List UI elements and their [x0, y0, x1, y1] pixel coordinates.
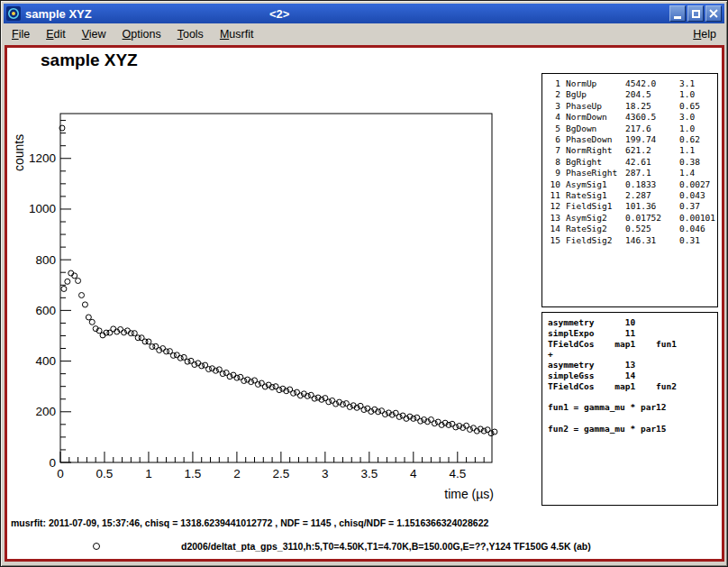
param-row: 9PhaseRight287.11.4 — [548, 168, 717, 178]
theory-line: + — [548, 349, 717, 360]
data-point — [220, 371, 225, 377]
plot-frame — [60, 114, 492, 462]
menu-edit[interactable]: Edit — [38, 25, 74, 43]
data-point — [361, 407, 367, 413]
root-canvas[interactable]: sample XYZ 00.511.522.533.544.5020040060… — [5, 45, 724, 562]
x-tick-label: 2 — [233, 467, 241, 480]
y-tick-label: 0 — [49, 456, 56, 470]
y-tick-label: 1200 — [29, 151, 56, 165]
data-point — [61, 286, 67, 291]
minimize-button[interactable] — [669, 5, 686, 22]
menu-file[interactable]: File — [4, 25, 38, 43]
data-point — [255, 381, 260, 387]
close-button[interactable] — [705, 5, 722, 22]
param-row: 14RateSig20.5250.046 — [548, 224, 717, 234]
theory-box[interactable]: asymmetry 10simplExpo 11TFieldCos map1 f… — [541, 312, 718, 506]
y-tick-label: 800 — [35, 253, 56, 267]
x-tick-label: 1 — [145, 467, 152, 480]
window-canvas-number: <2> — [269, 7, 289, 21]
x-tick-label: 4 — [410, 467, 417, 480]
menu-musrfit[interactable]: Musrfit — [212, 25, 262, 43]
minimize-icon — [674, 16, 681, 19]
data-point — [227, 374, 232, 380]
data-point — [492, 429, 497, 434]
y-axis-title: counts — [12, 134, 26, 171]
param-box-rows: 1NormUp4542.03.12BgUp204.51.03PhaseUp18.… — [548, 78, 717, 246]
maximize-icon — [692, 10, 700, 18]
menu-help[interactable]: Help — [685, 25, 724, 43]
theory-line: asymmetry 10 — [548, 317, 717, 328]
param-row: 7NormRight621.21.1 — [548, 145, 717, 156]
theory-line: fun2 = gamma_mu * par15 — [548, 424, 717, 434]
theory-line — [548, 392, 717, 403]
data-point — [347, 404, 352, 409]
param-row: 6PhaseDown199.740.62 — [548, 134, 717, 145]
legend-text: d2006/deltat_pta_gps_3110,h:5,T0=4.50K,T… — [181, 541, 591, 552]
fit-info-line: musrfit: 2011-07-09, 15:37:46, chisq = 1… — [11, 517, 488, 528]
data-point — [79, 293, 85, 298]
data-point — [365, 406, 370, 411]
window-title: sample XYZ — [25, 7, 92, 21]
y-tick-label: 600 — [35, 304, 56, 317]
param-row: 1NormUp4542.03.1 — [548, 78, 717, 89]
x-tick-label: 0 — [57, 467, 64, 480]
param-row: 10AsymSig10.18330.0027 — [548, 179, 717, 190]
data-point — [174, 352, 179, 358]
theory-line: TFieldCos map1 fun2 — [548, 381, 717, 392]
y-tick-label: 200 — [35, 405, 56, 418]
data-point — [111, 326, 116, 332]
legend-row: d2006/deltat_pta_gps_3110,h:5,T0=4.50K,T… — [7, 540, 722, 558]
titlebar-buttons — [669, 5, 722, 22]
data-point — [488, 431, 494, 436]
data-point — [432, 421, 437, 426]
menubar: File Edit View Options Tools Musrfit Hel… — [4, 23, 724, 45]
app-icon[interactable] — [6, 6, 21, 21]
menu-options[interactable]: Options — [114, 25, 169, 43]
data-point — [400, 413, 405, 418]
theory-line: asymmetry 13 — [548, 360, 717, 370]
data-point — [291, 390, 296, 396]
x-tick-label: 1.5 — [185, 467, 202, 480]
data-point — [76, 278, 81, 283]
menu-tools[interactable]: Tools — [169, 25, 212, 43]
data-point — [65, 279, 70, 284]
x-tick-label: 3 — [322, 467, 329, 480]
app-window: sample XYZ <2> File Edit View Options To… — [0, 0, 728, 567]
data-point — [453, 425, 459, 430]
titlebar[interactable]: sample XYZ <2> — [4, 4, 724, 23]
x-tick-label: 0.5 — [96, 467, 114, 480]
data-point — [241, 379, 247, 384]
param-row: 12FieldSig1101.360.37 — [548, 201, 717, 212]
data-point — [277, 388, 282, 393]
theory-line — [548, 413, 717, 424]
legend-open-circle-icon — [93, 543, 100, 550]
theory-line: fun1 = gamma_mu * par12 — [548, 402, 717, 413]
param-row: 3PhaseUp18.250.65 — [548, 101, 717, 112]
maximize-button[interactable] — [687, 5, 704, 22]
data-point — [231, 372, 236, 378]
data-point — [82, 302, 87, 307]
data-point — [192, 362, 197, 368]
data-point — [435, 419, 441, 425]
param-row: 15FieldSig2146.310.31 — [548, 235, 717, 246]
plot-svg[interactable]: 00.511.522.533.544.502004006008001000120… — [9, 70, 514, 503]
param-row: 4NormDown4360.53.0 — [548, 112, 717, 123]
data-point — [196, 361, 201, 366]
x-tick-label: 4.5 — [449, 467, 466, 480]
menu-view[interactable]: View — [74, 25, 114, 43]
x-axis-title: time (µs) — [444, 487, 494, 501]
data-point — [470, 425, 476, 431]
param-row: 5BgDown217.61.0 — [548, 123, 717, 134]
param-row: 8BgRight42.610.38 — [548, 157, 717, 168]
data-point — [295, 389, 300, 395]
theory-line: simplExpo 11 — [548, 328, 717, 339]
data-point — [330, 398, 335, 403]
fit-parameter-box[interactable]: 1NormUp4542.03.12BgUp204.51.03PhaseUp18.… — [541, 73, 718, 307]
x-tick-label: 3.5 — [360, 467, 378, 480]
data-point — [382, 412, 387, 417]
close-icon — [709, 9, 718, 18]
theory-line: TFieldCos map1 fun1 — [548, 339, 717, 350]
data-point — [146, 339, 151, 344]
x-tick-label: 2.5 — [272, 467, 289, 480]
data-point — [396, 414, 402, 419]
